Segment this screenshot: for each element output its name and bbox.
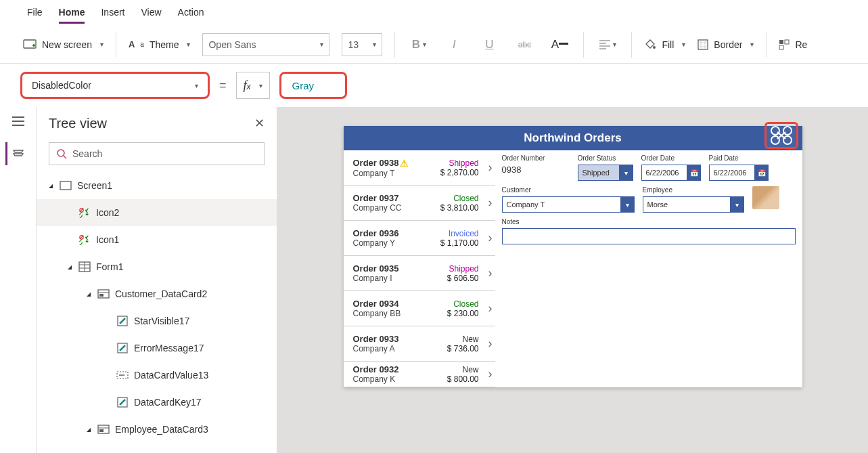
tree-title: Tree view [49, 116, 107, 131]
screen-icon [60, 181, 72, 190]
calendar-icon[interactable]: 📅 [755, 165, 769, 181]
tree-body: ◢Screen1Icon2Icon1◢Form1◢Customer_DataCa… [37, 172, 277, 453]
menu-action[interactable]: Action [178, 4, 204, 22]
svg-rect-18 [99, 429, 104, 432]
svg-rect-14 [118, 343, 127, 353]
chevron-right-icon: › [488, 266, 493, 280]
chevron-down-icon: ▾ [195, 82, 198, 89]
formula-bar: DisabledColor ▾ = fx▾ Gray [0, 64, 868, 107]
chevron-down-icon: ▾ [320, 41, 323, 48]
chevron-right-icon: › [488, 196, 493, 210]
order-item[interactable]: Order 0934Company BBClosed$ 230.00› [344, 291, 495, 326]
order-status-select[interactable]: Shipped [578, 165, 620, 181]
formula-input[interactable]: Gray [279, 72, 347, 99]
iconctrl-icon [78, 207, 91, 218]
order-item[interactable]: Order 0935Company IShipped$ 606.50› [344, 256, 495, 291]
tree-item-icon1[interactable]: Icon1 [37, 226, 277, 253]
fill-button[interactable]: Fill▾ [644, 39, 685, 51]
search-input[interactable]: Search [49, 142, 265, 165]
svg-rect-3 [779, 40, 783, 44]
hamburger-icon[interactable] [7, 110, 30, 133]
align-button[interactable]: ▾ [596, 33, 619, 56]
tree-panel: Tree view ✕ Search ◢Screen1Icon2Icon1◢Fo… [37, 107, 277, 453]
tree-item-label: Customer_DataCard2 [115, 288, 207, 299]
menu-view[interactable]: View [141, 4, 161, 22]
underline-button[interactable]: U [478, 33, 501, 56]
tree-item-starvisible17[interactable]: StarVisible17 [37, 307, 277, 335]
tree-item-employee_datacard3[interactable]: ◢Employee_DataCard3 [37, 416, 277, 443]
order-item[interactable]: Order 0936Company YInvoiced$ 1,170.00› [344, 221, 495, 256]
paid-date-label: Paid Date [709, 154, 769, 162]
iconctrl-icon [78, 234, 91, 245]
menu-file[interactable]: File [27, 4, 43, 22]
chevron-down-icon: ▾ [100, 41, 104, 48]
notes-label: Notes [502, 218, 796, 225]
svg-rect-13 [118, 316, 127, 326]
order-date-input[interactable]: 6/22/2006 [641, 165, 687, 181]
left-rail [0, 107, 37, 453]
order-item[interactable]: Order 0937Company CCClosed$ 3,810.00› [344, 186, 495, 221]
tree-item-errormessage17[interactable]: ErrorMessage17 [37, 335, 277, 362]
tree-item-datacardvalue13[interactable]: DataCardValue13 [37, 362, 277, 389]
close-icon[interactable]: ✕ [254, 116, 265, 131]
menu-insert[interactable]: Insert [101, 4, 124, 22]
chevron-right-icon: › [488, 301, 493, 316]
svg-rect-7 [60, 181, 71, 190]
theme-button[interactable]: Aa Theme▾ [129, 39, 191, 50]
svg-rect-16 [118, 397, 127, 407]
fx-button[interactable]: fx▾ [236, 72, 270, 99]
chevron-down-icon: ▾ [373, 41, 376, 48]
detail-form: Order Number 0938 Order Status Shipped ▾… [495, 150, 802, 387]
italic-button[interactable]: I [442, 33, 465, 56]
tree-item-screen1[interactable]: ◢Screen1 [37, 172, 277, 199]
chevron-right-icon: › [488, 231, 493, 245]
card-icon [97, 289, 110, 299]
menubar: FileHomeInsertViewAction [0, 0, 868, 26]
chevron-down-icon[interactable]: ▾ [731, 196, 744, 213]
toolbar: New screen▾ Aa Theme▾ Open Sans▾ 13▾ B▾ … [0, 26, 868, 64]
edit-icon [116, 316, 129, 326]
tree-item-customer_datacard2[interactable]: ◢Customer_DataCard2 [37, 280, 277, 307]
order-item[interactable]: Order 0933Company ANew$ 736.00› [344, 326, 495, 362]
reorder-button[interactable]: Re [779, 39, 807, 50]
tree-item-label: Icon1 [96, 234, 119, 245]
chevron-down-icon[interactable]: ▾ [620, 165, 633, 181]
form-icon [78, 261, 91, 272]
tree-view-rail[interactable] [5, 142, 28, 165]
order-item[interactable]: Order 0932Company KNew$ 800.00› [344, 362, 495, 387]
property-select[interactable]: DisabledColor ▾ [20, 72, 210, 99]
calendar-icon[interactable]: 📅 [687, 165, 701, 181]
sync-icon-selected[interactable] [764, 122, 798, 149]
tree-item-label: StarVisible17 [134, 316, 189, 326]
chevron-down-icon[interactable]: ▾ [621, 196, 635, 213]
search-placeholder: Search [72, 148, 102, 159]
font-color-button[interactable]: A [548, 33, 571, 56]
chevron-right-icon: › [488, 160, 493, 175]
paid-date-input[interactable]: 6/22/2006 [709, 165, 755, 181]
textbox-icon [116, 371, 129, 379]
equals-sign: = [219, 79, 227, 93]
employee-label: Employee [643, 186, 744, 194]
tree-item-label: DataCardValue13 [134, 370, 208, 381]
tree-item-datacardkey17[interactable]: DataCardKey17 [37, 389, 277, 416]
app-preview: Northwind Orders Order 0938⚠Company T [344, 126, 802, 387]
tree-item-label: Icon2 [96, 207, 119, 218]
new-screen-button[interactable]: New screen▾ [23, 39, 104, 50]
tree-item-form1[interactable]: ◢Form1 [37, 253, 277, 280]
menu-home[interactable]: Home [59, 4, 85, 24]
employee-select[interactable]: Morse [643, 196, 731, 213]
order-date-label: Order Date [641, 154, 701, 162]
bold-button[interactable]: B▾ [407, 33, 430, 56]
font-select[interactable]: Open Sans▾ [202, 33, 329, 56]
chevron-right-icon: › [488, 367, 493, 381]
font-size-select[interactable]: 13▾ [342, 33, 382, 56]
order-item[interactable]: Order 0938⚠Company TShipped$ 2,870.00› [344, 150, 495, 186]
avatar [752, 186, 779, 209]
notes-input[interactable] [502, 228, 796, 244]
order-list: Order 0938⚠Company TShipped$ 2,870.00›Or… [344, 150, 495, 387]
svg-rect-4 [785, 40, 789, 44]
strike-button[interactable]: abc [513, 33, 536, 56]
border-button[interactable]: Border▾ [698, 39, 754, 50]
tree-item-icon2[interactable]: Icon2 [37, 199, 277, 226]
customer-select[interactable]: Company T [502, 196, 621, 213]
